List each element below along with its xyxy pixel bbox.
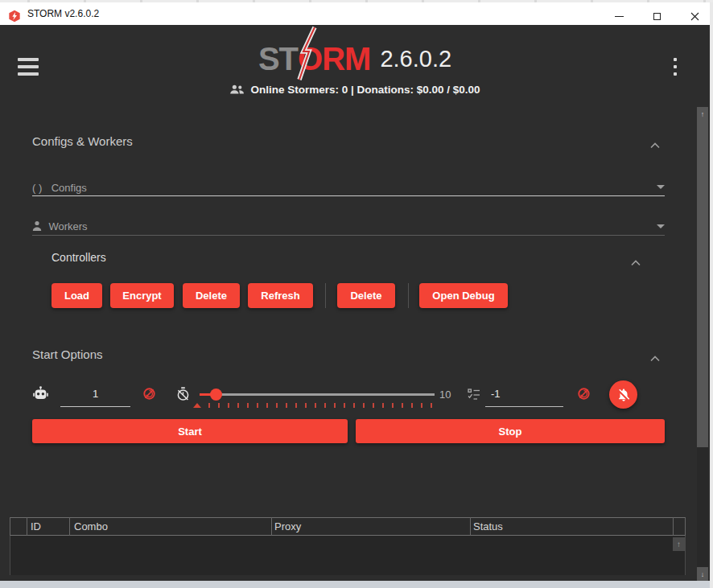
load-button[interactable]: Load (52, 283, 102, 308)
stop-button[interactable]: Stop (356, 419, 665, 443)
person-icon (32, 220, 42, 232)
bell-off-icon (616, 388, 631, 402)
maximize-icon (653, 13, 661, 20)
robot-icon (33, 386, 48, 404)
button-divider (325, 283, 326, 308)
slider-start-marker (193, 403, 201, 408)
workers-underline (32, 235, 665, 236)
close-icon (690, 12, 699, 21)
lightning-bolt-icon (295, 26, 319, 89)
titlebar: STORM v2.6.0.2 (0, 2, 710, 25)
scrollbar-up-button[interactable]: ↑ (697, 107, 708, 121)
table-scroll-up-button[interactable]: ↑ (673, 537, 685, 551)
sync-disabled-icon-2[interactable] (577, 387, 591, 404)
minimize-button[interactable] (600, 5, 637, 27)
code-brackets-icon: ( ) (32, 182, 42, 194)
slider-thumb[interactable] (210, 389, 222, 401)
configs-underline (32, 195, 665, 196)
table-divider (673, 517, 674, 536)
logo-text-st: ST (258, 41, 298, 77)
table-border (10, 517, 10, 536)
notifications-off-button[interactable] (609, 380, 637, 409)
logo-version: 2.6.0.2 (380, 46, 451, 72)
start-options-title: Start Options (32, 347, 103, 361)
column-header-status[interactable]: Status (473, 520, 503, 532)
timeout-slider[interactable] (200, 387, 435, 401)
configs-dropdown-label: Configs (52, 182, 87, 194)
maximize-button[interactable] (638, 5, 675, 27)
desktop-edge-right (710, 2, 713, 588)
table-divider (27, 517, 27, 536)
slider-ticks (208, 403, 432, 409)
table-divider (470, 517, 471, 536)
delete-workers-button[interactable]: Delete (337, 283, 395, 308)
column-header-combo[interactable]: Combo (74, 520, 108, 532)
configs-workers-collapse-icon[interactable] (650, 138, 660, 144)
desktop-edge-bottom (0, 581, 710, 588)
scrollbar-down-button[interactable]: ↓ (697, 567, 708, 581)
start-button[interactable]: Start (32, 419, 348, 443)
stats-bar: Online Stormers: 0 | Donations: $0.00 / … (0, 82, 710, 97)
section-configs-workers-title: Configs & Workers (32, 134, 133, 148)
delete-button[interactable]: Delete (183, 283, 240, 308)
column-header-proxy[interactable]: Proxy (274, 520, 301, 532)
configs-caret-icon[interactable] (657, 185, 665, 189)
start-options-collapse-icon[interactable] (650, 351, 660, 357)
workers-dropdown[interactable]: Workers (32, 219, 665, 236)
encrypt-button[interactable]: Encrypt (110, 283, 174, 308)
column-header-id[interactable]: ID (31, 520, 41, 532)
online-users-icon (229, 84, 245, 95)
refresh-button[interactable]: Refresh (248, 283, 313, 308)
app-logo: STO RM 2.6.0.2 (0, 35, 710, 82)
table-divider (271, 517, 272, 536)
controllers-title: Controllers (52, 251, 106, 264)
bots-input-underline (60, 406, 130, 407)
app-logo-icon (8, 10, 21, 23)
scrollbar-thumb[interactable] (697, 121, 708, 447)
close-button[interactable] (676, 5, 713, 27)
online-stats-text: Online Stormers: 0 | Donations: $0.00 / … (250, 84, 480, 96)
table-border (685, 517, 686, 536)
screen: STORM v2.6.0.2 STO RM 2.6.0.2 (0, 0, 713, 588)
list-position-input[interactable]: -1 (488, 388, 563, 400)
slider-track[interactable] (200, 393, 435, 396)
open-debug-button[interactable]: Open Debug (419, 283, 508, 308)
table-divider (69, 517, 70, 536)
controllers-collapse-icon[interactable] (631, 255, 641, 261)
logo-text-rm: RM (322, 41, 370, 77)
timer-off-icon (176, 387, 190, 405)
window-title: STORM v2.6.0.2 (27, 2, 99, 25)
results-table-header (10, 517, 686, 536)
results-table-body (10, 536, 686, 575)
slider-max-label: 10 (439, 389, 451, 401)
workers-dropdown-label: Workers (48, 220, 87, 232)
bots-count-input[interactable]: 1 (60, 388, 130, 400)
minimize-icon (615, 16, 624, 17)
position-input-underline (485, 406, 563, 407)
checklist-icon (468, 389, 480, 404)
sync-disabled-icon[interactable] (142, 387, 156, 404)
button-divider (408, 283, 409, 308)
workers-caret-icon[interactable] (657, 224, 665, 228)
app-window: STO RM 2.6.0.2 Online Stormers: 0 | Dona… (0, 25, 710, 581)
